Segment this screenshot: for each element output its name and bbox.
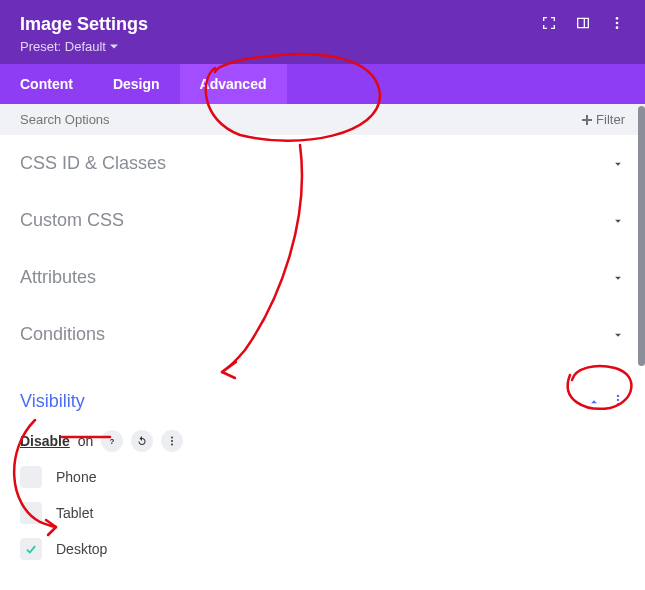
disable-on-row: Disable on ? [20,430,625,452]
option-label: Tablet [56,505,93,521]
search-row: Filter [0,104,645,135]
header-actions [541,15,625,35]
section-title: Visibility [20,391,85,412]
header-top-row: Image Settings [20,14,625,35]
sections-list: CSS ID & Classes Custom CSS Attributes C… [0,135,645,590]
section-visibility[interactable]: Visibility [0,363,645,430]
preset-selector[interactable]: Preset: Default [20,39,625,54]
filter-button[interactable]: Filter [582,112,625,127]
checkbox-tablet[interactable] [20,502,42,524]
chevron-down-icon [611,271,625,285]
section-attributes[interactable]: Attributes [0,249,645,306]
page-title: Image Settings [20,14,148,35]
section-tools [587,393,625,411]
option-label: Desktop [56,541,107,557]
section-conditions[interactable]: Conditions [0,306,645,363]
more-icon[interactable] [609,15,625,35]
checkbox-desktop[interactable] [20,538,42,560]
chevron-down-icon [611,214,625,228]
svg-text:?: ? [110,437,115,446]
section-title: CSS ID & Classes [20,153,166,174]
panel-icon[interactable] [575,15,591,35]
disable-label: Disable [20,433,70,449]
checkbox-phone[interactable] [20,466,42,488]
section-css-id-classes[interactable]: CSS ID & Classes [0,135,645,192]
section-title: Custom CSS [20,210,124,231]
chevron-down-icon [611,328,625,342]
chevron-down-icon [611,157,625,171]
svg-point-5 [617,402,619,404]
option-tablet: Tablet [20,502,625,524]
expand-icon[interactable] [541,15,557,35]
option-phone: Phone [20,466,625,488]
svg-point-9 [171,444,173,446]
settings-header: Image Settings Preset: Default [0,0,645,64]
reset-button[interactable] [131,430,153,452]
option-label: Phone [56,469,96,485]
search-input[interactable] [20,112,220,127]
option-desktop: Desktop [20,538,625,560]
svg-point-7 [171,437,173,439]
tabs-bar: Content Design Advanced [0,64,645,104]
on-label: on [78,433,94,449]
svg-point-2 [616,26,619,29]
svg-point-4 [617,398,619,400]
svg-point-1 [616,21,619,24]
section-custom-css[interactable]: Custom CSS [0,192,645,249]
option-more-button[interactable] [161,430,183,452]
filter-label: Filter [596,112,625,127]
svg-point-0 [616,17,619,20]
section-more-icon[interactable] [611,393,625,411]
svg-point-8 [171,440,173,442]
visibility-body: Disable on ? Phone Tablet Desktop [0,430,645,590]
caret-down-icon [110,43,118,51]
plus-icon [582,115,592,125]
section-title: Conditions [20,324,105,345]
svg-point-3 [617,394,619,396]
help-button[interactable]: ? [101,430,123,452]
scrollbar[interactable] [638,106,645,366]
preset-label: Preset: Default [20,39,106,54]
chevron-up-icon[interactable] [587,395,601,409]
tab-advanced[interactable]: Advanced [180,64,287,104]
section-title: Attributes [20,267,96,288]
tab-design[interactable]: Design [93,64,180,104]
tab-content[interactable]: Content [0,64,93,104]
